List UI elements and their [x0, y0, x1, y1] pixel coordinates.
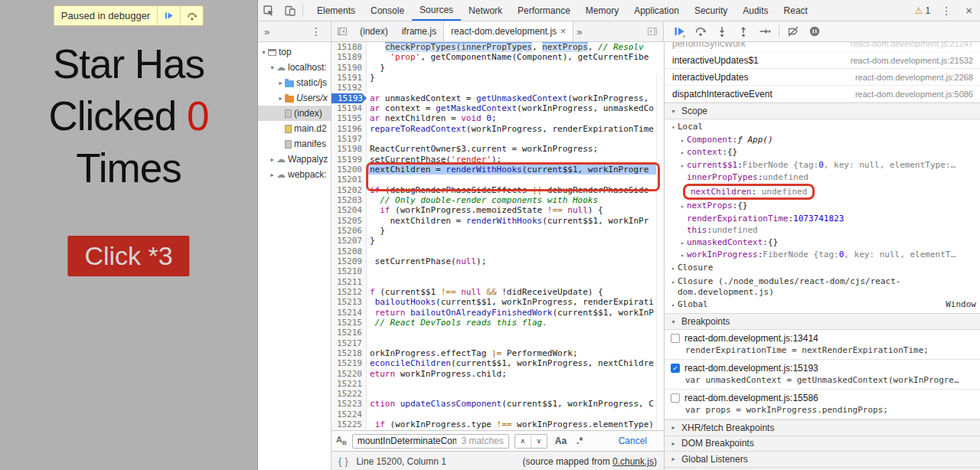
line-number[interactable]: 15191: [332, 73, 367, 83]
call-stack-frame[interactable]: interactiveUpdates$1react-dom.developmen…: [665, 52, 980, 69]
breakpoint-entry[interactable]: react-dom.development.js:15586var props …: [665, 390, 980, 419]
deactivate-breakpoints-button[interactable]: [782, 21, 804, 41]
tree-arrow-icon[interactable]: ▸: [669, 299, 678, 312]
tree-arrow-icon[interactable]: ▸: [276, 95, 285, 102]
search-cancel-button[interactable]: Cancel: [606, 436, 659, 446]
search-next-button[interactable]: ∨: [531, 435, 547, 448]
scope-group-row[interactable]: ▸GlobalWindow: [665, 299, 980, 312]
scope-variable-row[interactable]: ▸workInProgress: FiberNode {tag: 0, key:…: [665, 249, 980, 262]
line-number[interactable]: 15196: [332, 124, 367, 134]
line-number[interactable]: 15219: [332, 358, 367, 368]
navigator-item-webpack-[interactable]: ▸☁webpack:: [258, 167, 331, 182]
section-header-global-listeners[interactable]: ▸Global Listeners: [665, 451, 980, 467]
scope-group-row[interactable]: ▾Local: [665, 121, 980, 134]
step-into-button[interactable]: [711, 21, 733, 41]
tab-console[interactable]: Console: [363, 0, 412, 21]
section-header-dom-breakpoints[interactable]: ▸DOM Breakpoints: [665, 436, 980, 452]
tree-arrow-icon[interactable]: ▾: [268, 64, 276, 71]
search-input[interactable]: mountInDeterminateCompo 3 matches: [352, 434, 509, 449]
navigator-item--index-[interactable]: (index): [258, 106, 331, 121]
pause-on-exceptions-button[interactable]: [804, 21, 825, 41]
section-header-xhr-fetch-breakpoints[interactable]: ▸XHR/fetch Breakpoints: [665, 419, 980, 436]
collapse-navigator-button[interactable]: [332, 21, 353, 41]
breakpoint-checkbox[interactable]: ✓: [671, 364, 680, 373]
device-toolbar-button[interactable]: [279, 1, 301, 21]
tab-security[interactable]: Security: [687, 0, 735, 21]
line-number[interactable]: 15204: [332, 205, 367, 215]
tree-arrow-icon[interactable]: ▾: [669, 122, 678, 134]
scope-variable-row[interactable]: ▸nextProps: {}: [665, 200, 980, 213]
issues-warning-badge[interactable]: ⚠1: [910, 5, 935, 16]
tab-react[interactable]: React: [776, 0, 815, 21]
tree-arrow-icon[interactable]: ▸: [678, 250, 687, 262]
call-stack-frame[interactable]: dispatchInteractiveEventreact-dom.develo…: [665, 86, 980, 103]
tab-sources[interactable]: Sources: [412, 0, 461, 21]
line-number[interactable]: 15221: [332, 379, 367, 389]
navigator-item-top[interactable]: ▾top: [258, 44, 331, 60]
line-number[interactable]: 15206: [332, 226, 367, 236]
line-number[interactable]: 15212: [332, 287, 367, 297]
breakpoint-checkbox[interactable]: [671, 334, 680, 343]
tab-memory[interactable]: Memory: [578, 0, 626, 21]
section-header-event-listener-breakpoints[interactable]: ▸Event Listener Breakpoints: [665, 467, 980, 470]
file-tab-react-dom.development.js[interactable]: react-dom.development.js×: [443, 21, 573, 41]
devtools-close-button[interactable]: ×: [958, 4, 980, 17]
navigator-item-wappalyz[interactable]: ▸☁Wappalyz: [258, 152, 331, 167]
tree-arrow-icon[interactable]: ▸: [678, 135, 687, 147]
scope-variable-row[interactable]: ▸current$$1: FiberNode {tag: 0, key: nul…: [665, 159, 980, 172]
show-debugger-sidebar-button[interactable]: [642, 21, 663, 41]
line-number[interactable]: 15225: [332, 419, 367, 429]
line-number[interactable]: 15216: [332, 328, 367, 338]
line-number[interactable]: 15201: [332, 175, 367, 184]
tree-arrow-icon[interactable]: ▾: [260, 49, 268, 56]
close-tab-icon[interactable]: ×: [560, 26, 566, 37]
line-number[interactable]: 15192: [332, 83, 367, 93]
scope-variable-row[interactable]: ▸Component: ƒ App(): [665, 134, 980, 147]
scope-group-row[interactable]: ▸Closure (./node_modules/react-dom/cjs/r…: [665, 275, 980, 299]
line-number[interactable]: 15200: [332, 165, 367, 175]
line-number[interactable]: 15193: [332, 93, 367, 103]
tree-arrow-icon[interactable]: ▸: [678, 201, 687, 213]
line-number[interactable]: 15208: [332, 246, 367, 256]
tree-arrow-icon[interactable]: ▸: [678, 237, 687, 250]
pretty-print-button[interactable]: { }: [338, 456, 348, 467]
tree-arrow-icon[interactable]: ▸: [276, 80, 285, 86]
line-number[interactable]: 15190: [332, 63, 367, 73]
scope-variable-row[interactable]: ▸unmaskedContext: {}: [665, 237, 980, 250]
file-tab-(index)[interactable]: (index): [353, 21, 395, 41]
line-number[interactable]: 15194: [332, 103, 367, 113]
line-number[interactable]: 15213: [332, 297, 367, 307]
line-number[interactable]: 15220: [332, 369, 367, 379]
breakpoint-entry[interactable]: ✓react-dom.development.js:15193var unmas…: [665, 360, 980, 390]
inspect-element-button[interactable]: [258, 1, 279, 21]
tab-network[interactable]: Network: [461, 0, 510, 21]
navigator-item-static-js[interactable]: ▸static/js: [258, 75, 331, 90]
click-button[interactable]: Click *3: [67, 236, 189, 276]
navigator-item-users-x[interactable]: ▸Users/x: [258, 90, 331, 106]
tree-arrow-icon[interactable]: ▸: [268, 156, 276, 163]
navigator-item-localhost-[interactable]: ▾☁localhost:: [258, 60, 331, 75]
tree-arrow-icon[interactable]: ▸: [669, 263, 678, 275]
step-out-button[interactable]: [733, 21, 754, 41]
line-number[interactable]: 15202: [332, 185, 367, 195]
line-number[interactable]: 15217: [332, 338, 367, 348]
source-map-link[interactable]: 0.chunk.js: [612, 456, 654, 467]
line-number[interactable]: 15211: [332, 277, 367, 287]
tab-audits[interactable]: Audits: [735, 0, 776, 21]
search-previous-button[interactable]: ∧: [515, 435, 531, 448]
banner-step-over-button[interactable]: [180, 6, 203, 25]
line-number[interactable]: 15218: [332, 348, 367, 358]
tree-arrow-icon[interactable]: ▸: [678, 147, 687, 159]
line-number[interactable]: 15207: [332, 236, 367, 246]
scope-variable-row[interactable]: ▸context: {}: [665, 146, 980, 159]
line-number[interactable]: 15215: [332, 318, 367, 328]
breakpoint-checkbox[interactable]: [671, 393, 680, 403]
match-case-button[interactable]: Aa: [553, 436, 569, 446]
navigator-item-manifes[interactable]: manifes: [258, 136, 331, 152]
navigator-more-tabs-chevron[interactable]: »: [261, 26, 273, 38]
line-number[interactable]: 15210: [332, 266, 367, 276]
line-number[interactable]: 15197: [332, 134, 367, 144]
line-number[interactable]: 15203: [332, 195, 367, 205]
step-button[interactable]: [754, 21, 776, 41]
line-number[interactable]: 15188: [332, 42, 367, 52]
